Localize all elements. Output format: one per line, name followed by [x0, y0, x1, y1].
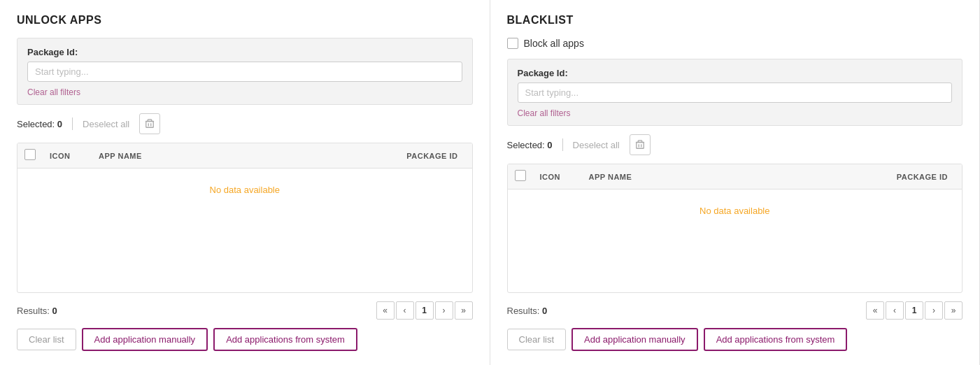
unlock-apps-add-manual-btn[interactable]: Add application manually: [82, 328, 208, 351]
block-all-checkbox[interactable]: [507, 38, 518, 49]
unlock-apps-results-row: Results: 0 « ‹ 1 › »: [17, 301, 473, 320]
unlock-apps-deselect-all[interactable]: Deselect all: [83, 119, 129, 129]
trash-icon: [145, 119, 155, 129]
blacklist-col-icon: ICON: [540, 173, 589, 181]
unlock-apps-page-first[interactable]: «: [376, 301, 395, 320]
blacklist-no-data: No data available: [700, 206, 769, 216]
blacklist-table-header: ICON APP NAME PACKAGE ID: [508, 164, 963, 189]
unlock-apps-col-pkgid: PACKAGE ID: [325, 152, 465, 160]
unlock-apps-package-input[interactable]: [27, 62, 462, 82]
blacklist-results-label: Results: 0: [507, 306, 548, 316]
unlock-apps-select-all-checkbox[interactable]: [24, 149, 36, 160]
blacklist-clear-filters[interactable]: Clear all filters: [518, 108, 953, 118]
svg-rect-0: [146, 122, 154, 128]
unlock-apps-title: UNLOCK APPS: [17, 14, 473, 27]
blacklist-panel: BLACKLIST Block all apps Package Id: Cle…: [490, 0, 981, 365]
unlock-apps-filter-box: Package Id: Clear all filters: [17, 38, 473, 105]
block-all-row: Block all apps: [507, 38, 963, 49]
blacklist-page-last[interactable]: »: [944, 301, 963, 320]
blacklist-deselect-all[interactable]: Deselect all: [573, 140, 620, 150]
svg-rect-7: [637, 143, 644, 149]
blacklist-col-pkgid: PACKAGE ID: [815, 173, 955, 181]
blacklist-actions-row: Clear list Add application manually Add …: [507, 328, 963, 351]
unlock-apps-selection-bar: Selected: 0 Deselect all: [17, 113, 473, 134]
blacklist-selection-bar: Selected: 0 Deselect all: [507, 134, 963, 155]
unlock-apps-delete-btn[interactable]: [139, 113, 160, 134]
blacklist-selected-label: Selected: 0: [507, 140, 553, 150]
blacklist-page-first[interactable]: «: [866, 301, 884, 320]
blacklist-page-prev[interactable]: ‹: [886, 301, 904, 320]
block-all-label: Block all apps: [524, 38, 584, 49]
blacklist-page-next[interactable]: ›: [925, 301, 943, 320]
blacklist-add-system-btn[interactable]: Add applications from system: [704, 328, 848, 351]
blacklist-col-appname: APP NAME: [589, 173, 816, 181]
unlock-apps-page-1[interactable]: 1: [416, 301, 434, 320]
unlock-apps-panel: UNLOCK APPS Package Id: Clear all filter…: [0, 0, 490, 365]
unlock-apps-add-system-btn[interactable]: Add applications from system: [213, 328, 357, 351]
unlock-apps-actions-row: Clear list Add application manually Add …: [17, 328, 473, 351]
unlock-apps-pagination: « ‹ 1 › »: [376, 301, 473, 320]
trash-icon: [635, 140, 645, 150]
blacklist-add-manual-btn[interactable]: Add application manually: [571, 328, 698, 351]
unlock-apps-selected-label: Selected: 0: [17, 119, 62, 129]
unlock-apps-page-last[interactable]: »: [455, 301, 473, 320]
blacklist-pagination: « ‹ 1 › »: [866, 301, 963, 320]
blacklist-delete-btn[interactable]: [630, 134, 651, 155]
blacklist-package-label: Package Id:: [518, 68, 953, 78]
blacklist-page-1[interactable]: 1: [905, 301, 923, 320]
blacklist-table-body: No data available: [508, 189, 963, 231]
unlock-apps-table-header: ICON APP NAME PACKAGE ID: [17, 143, 472, 169]
unlock-apps-col-appname: APP NAME: [99, 152, 325, 160]
unlock-apps-divider: [72, 117, 73, 130]
blacklist-divider: [562, 138, 563, 151]
blacklist-select-all-checkbox[interactable]: [515, 170, 526, 181]
blacklist-clear-list-btn[interactable]: Clear list: [507, 329, 567, 350]
blacklist-filter-box: Package Id: Clear all filters: [507, 59, 963, 126]
blacklist-package-input[interactable]: [518, 83, 953, 103]
blacklist-title: BLACKLIST: [507, 14, 963, 27]
unlock-apps-no-data: No data available: [210, 185, 280, 195]
unlock-apps-clear-list-btn[interactable]: Clear list: [17, 329, 76, 350]
unlock-apps-table-body: No data available: [17, 169, 472, 210]
unlock-apps-results-label: Results: 0: [17, 306, 57, 316]
blacklist-table: ICON APP NAME PACKAGE ID No data availab…: [507, 164, 963, 293]
unlock-apps-package-label: Package Id:: [27, 47, 462, 57]
unlock-apps-col-icon: ICON: [50, 152, 99, 160]
unlock-apps-clear-filters[interactable]: Clear all filters: [27, 87, 462, 97]
unlock-apps-page-prev[interactable]: ‹: [396, 301, 414, 320]
unlock-apps-table: ICON APP NAME PACKAGE ID No data availab…: [17, 143, 473, 293]
blacklist-results-row: Results: 0 « ‹ 1 › »: [507, 301, 963, 320]
unlock-apps-page-next[interactable]: ›: [435, 301, 453, 320]
